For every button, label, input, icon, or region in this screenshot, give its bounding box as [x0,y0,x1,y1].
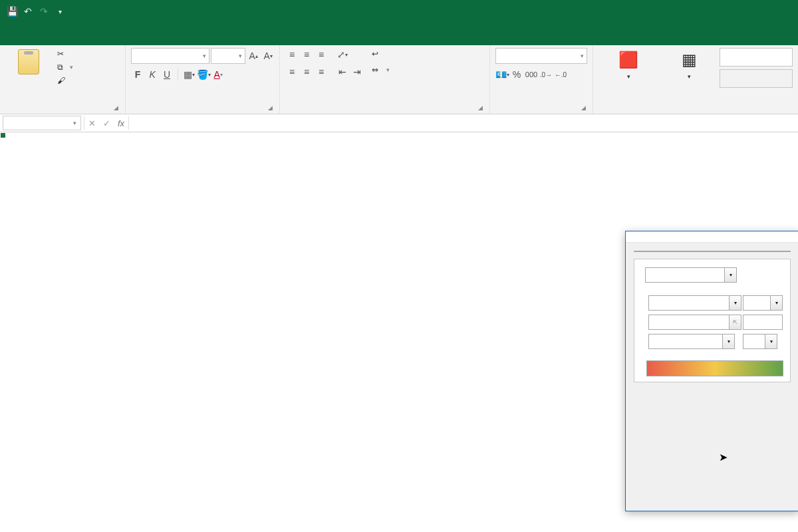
row-color-label [641,333,648,351]
font-name-combo[interactable]: ▾ [131,48,209,64]
dialog-launcher-icon[interactable]: ◢ [268,104,273,111]
undo-icon[interactable]: ↶ [23,6,33,17]
merge-icon: ⇔ [372,65,378,74]
ribbon: ✂ ⧉▾ 🖌 ◢ ▾ ▾ A▴ A▾ F K U ▦▾ 🪣▾ A▾ [0,45,798,114]
align-right-icon[interactable]: ≡ [315,65,328,78]
decrease-font-icon[interactable]: A▾ [261,49,275,63]
quick-access-toolbar: 💾 ↶ ↷ ▾ [0,6,72,17]
mid-value-input[interactable] [743,315,783,330]
align-top-icon[interactable]: ≡ [285,48,299,61]
copy-icon: ⧉ [57,63,63,72]
italic-button[interactable]: K [146,68,159,81]
thousands-icon[interactable]: 000 [525,68,538,81]
dialog-launcher-icon[interactable]: ◢ [581,104,586,111]
align-middle-icon[interactable]: ≡ [300,48,313,61]
paste-button[interactable] [5,48,52,77]
decrease-indent-icon[interactable]: ⇤ [336,65,349,78]
confirm-formula-button[interactable]: ✓ [99,118,114,128]
align-bottom-icon[interactable]: ≡ [315,48,328,61]
wrap-text-button[interactable]: ↩ [369,48,392,60]
font-color-button[interactable]: A▾ [211,68,225,81]
cond-format-icon: 🟥 [618,49,639,70]
preview-gradient [646,360,783,376]
fx-icon[interactable]: fx [114,118,128,128]
paste-icon [18,49,39,74]
format-style-combo[interactable]: ▾ [645,267,737,283]
wrap-icon: ↩ [372,49,378,59]
mouse-cursor-icon: ➤ [719,451,728,464]
min-type-combo[interactable]: ▾ [648,295,741,311]
group-alignment: ≡ ≡ ≡ ⤢▾ ≡ ≡ ≡ ⇤ ⇥ ↩ ⇔▾ ◢ [280,45,490,114]
copy-button[interactable]: ⧉▾ [55,61,76,73]
format-as-table-button[interactable]: ▦ ▾ [661,48,717,81]
name-box[interactable]: ▾ [3,116,81,130]
min-color-combo[interactable]: ▾ [648,334,735,349]
cell-style-ausgabe[interactable] [720,69,793,88]
fill-handle[interactable] [0,132,6,138]
align-center-icon[interactable]: ≡ [300,65,313,78]
group-font: ▾ ▾ A▴ A▾ F K U ▦▾ 🪣▾ A▾ ◢ [126,45,280,114]
row-value-label [641,314,648,331]
table-icon: ▦ [678,49,700,70]
qat-customize-icon[interactable]: ▾ [55,6,65,17]
bold-button[interactable]: F [131,68,144,81]
accounting-icon[interactable]: 💶▾ [495,68,509,81]
mid-type-combo[interactable]: ▾ [743,295,783,311]
increase-decimal-icon[interactable]: .0→ [539,68,553,81]
rule-type-list[interactable] [634,251,791,252]
row-type-label [641,295,648,311]
dialog-launcher-icon[interactable]: ◢ [114,104,118,111]
font-size-combo[interactable]: ▾ [211,48,245,64]
formula-bar: ▾ ✕ ✓ fx [0,114,798,132]
dialog-title [626,231,798,243]
number-format-combo[interactable]: ▾ [495,48,587,64]
group-styles: 🟥 ▾ ▦ ▾ [593,45,798,114]
col-midpoint [742,291,783,292]
redo-icon[interactable]: ↷ [39,6,49,17]
mid-color-combo[interactable]: ▾ [743,334,777,349]
brush-icon: 🖌 [57,76,65,85]
col-minimum [648,291,742,292]
underline-button[interactable]: U [160,68,174,81]
scissors-icon: ✂ [57,49,64,59]
merge-center-button[interactable]: ⇔▾ [369,64,392,76]
borders-button[interactable]: ▦▾ [182,68,196,81]
increase-indent-icon[interactable]: ⇥ [350,65,364,78]
save-icon[interactable]: 💾 [7,6,17,17]
range-picker-icon[interactable]: ⇱ [729,315,741,329]
percent-icon[interactable]: % [510,68,523,81]
edit-formatting-rule-dialog[interactable]: ▾ ▾ ▾ ⇱ [625,231,798,511]
title-bar: 💾 ↶ ↷ ▾ [0,0,798,23]
cell-style-standard[interactable] [720,48,793,66]
dialog-launcher-icon[interactable]: ◢ [478,104,483,111]
min-value-input[interactable]: ⇱ [648,315,741,330]
format-painter-button[interactable]: 🖌 [55,74,76,86]
decrease-decimal-icon[interactable]: ←.0 [554,68,567,81]
ribbon-tabs [0,23,798,45]
cut-button[interactable]: ✂ [55,48,76,60]
orientation-icon[interactable]: ⤢▾ [336,48,349,61]
cancel-formula-button[interactable]: ✕ [84,118,99,128]
conditional-formatting-button[interactable]: 🟥 ▾ [598,48,658,81]
increase-font-icon[interactable]: A▴ [247,49,260,63]
group-number: ▾ 💶▾ % 000 .0→ ←.0 ◢ [490,45,593,114]
fill-color-button[interactable]: 🪣▾ [197,68,210,81]
group-clipboard: ✂ ⧉▾ 🖌 ◢ [0,45,126,114]
align-left-icon[interactable]: ≡ [285,65,299,78]
